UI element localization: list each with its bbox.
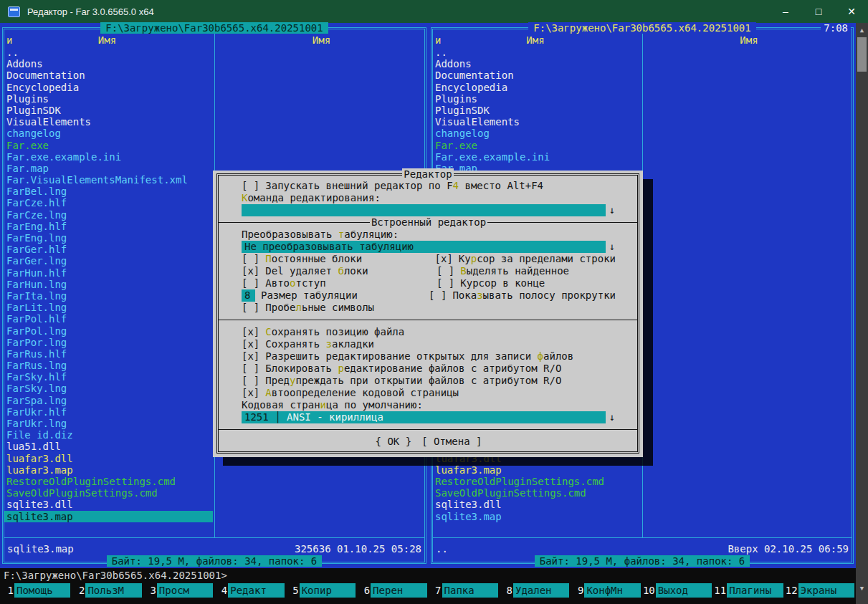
- checkbox-save-bookmarks[interactable]: [x]Сохранять закладки: [242, 338, 616, 350]
- fkey-button[interactable]: 8Удален: [500, 583, 569, 598]
- file-item[interactable]: Encyclopedia: [4, 82, 213, 93]
- checkbox-persistent-blocks[interactable]: [ ]Постоянные блоки: [242, 253, 435, 265]
- panel-path[interactable]: F:\Загружено\Far30b6565.x64.20251001: [429, 23, 856, 34]
- fkey-button[interactable]: 3Просм: [144, 583, 213, 598]
- file-item[interactable]: RestoreOldPluginSettings.cmd: [4, 476, 213, 487]
- file-item[interactable]: Far.exe: [4, 140, 213, 151]
- file-item[interactable]: Far.map: [4, 163, 213, 174]
- scroll-down-icon[interactable]: ▼: [856, 583, 868, 594]
- file-item[interactable]: FarHun.hlf: [4, 267, 213, 279]
- input-edit-command[interactable]: ↓: [242, 204, 606, 216]
- fkey-button[interactable]: 11Плагины: [714, 583, 783, 598]
- file-item[interactable]: sqlite3.dll: [4, 499, 213, 510]
- file-item[interactable]: Encyclopedia: [433, 82, 641, 93]
- input-tab-size[interactable]: 8: [242, 289, 255, 302]
- command-line[interactable]: F:\Загружено\Far30b6565.x64.20251001>: [4, 570, 227, 582]
- file-item[interactable]: Far.exe: [433, 140, 641, 151]
- dropdown-arrow-icon[interactable]: ↓: [609, 241, 615, 253]
- file-item[interactable]: ..: [4, 47, 213, 58]
- file-item[interactable]: Addons: [433, 58, 641, 69]
- file-item[interactable]: FarCze.hlf: [4, 197, 213, 208]
- file-item[interactable]: PluginSDK: [433, 105, 641, 116]
- file-item[interactable]: FarRus.lng: [4, 360, 213, 371]
- file-item[interactable]: FarEng.lng: [4, 232, 213, 244]
- file-item[interactable]: FarCze.lng: [4, 209, 213, 221]
- close-button[interactable]: ✕: [835, 0, 868, 23]
- file-item[interactable]: sqlite3.map: [433, 511, 641, 522]
- file-item[interactable]: sqlite3.map: [4, 511, 213, 522]
- fkey-button[interactable]: 10Выход: [643, 583, 712, 598]
- checkbox-warn-readonly-files[interactable]: [ ]Предупреждать при открытии файлов с а…: [242, 375, 616, 387]
- file-item[interactable]: Documentation: [4, 69, 213, 81]
- fkey-button[interactable]: 1Помощь: [1, 583, 70, 598]
- file-item[interactable]: luafar3.dll: [4, 453, 213, 464]
- dropdown-arrow-icon[interactable]: ↓: [609, 411, 615, 423]
- file-item[interactable]: sqlite3.dll: [433, 499, 641, 510]
- file-item[interactable]: SaveOldPluginSettings.cmd: [433, 487, 641, 499]
- file-item[interactable]: Plugins: [4, 93, 213, 105]
- checkbox-cursor-at-end[interactable]: [ ]Курсор в конце: [437, 277, 616, 289]
- fkey-button[interactable]: 6Перен: [358, 583, 426, 598]
- checkbox-autoindent[interactable]: [ ]Автоотступ: [242, 277, 437, 289]
- file-item[interactable]: FarSpa.lng: [4, 395, 213, 406]
- file-item[interactable]: FarPol.hlf: [4, 313, 213, 325]
- file-item[interactable]: FarBel.lng: [4, 186, 213, 197]
- file-item[interactable]: FarEng.hlf: [4, 221, 213, 232]
- file-item[interactable]: FarPol.lng: [4, 325, 213, 337]
- panel-path[interactable]: F:\Загружено\Far30b6565.x64.20251001: [0, 23, 429, 34]
- scrollbar[interactable]: ▲ ▼: [856, 23, 868, 604]
- checkbox-highlight-found[interactable]: [ ]Выделять найденное: [437, 265, 616, 277]
- fkey-button[interactable]: 9КонфМн: [571, 583, 640, 598]
- ok-button[interactable]: { OK }: [376, 436, 412, 448]
- file-item[interactable]: VisualElements: [4, 116, 213, 128]
- combo-tab-conversion[interactable]: Не преобразовывать табуляцию↓: [242, 241, 606, 253]
- fkey-button[interactable]: 12Экраны: [786, 583, 854, 598]
- file-item[interactable]: FarGer.hlf: [4, 244, 213, 255]
- file-item[interactable]: changelog: [433, 128, 641, 139]
- file-item[interactable]: FarPor.lng: [4, 337, 213, 348]
- checkbox-cursor-beyond-eol[interactable]: [x]Курсор за пределами строки: [435, 253, 616, 265]
- file-item[interactable]: changelog: [4, 128, 213, 139]
- combo-default-codepage[interactable]: 1251 │ ANSI - кириллица↓: [242, 411, 606, 423]
- scroll-up-icon[interactable]: ▲: [856, 24, 868, 36]
- file-item[interactable]: luafar3.map: [433, 464, 641, 476]
- file-item[interactable]: Documentation: [433, 69, 641, 81]
- file-item[interactable]: FarUkr.hlf: [4, 406, 213, 418]
- file-item[interactable]: FarGer.lng: [4, 255, 213, 267]
- fkey-button[interactable]: 5Копир: [287, 583, 356, 598]
- file-item[interactable]: FarUkr.lng: [4, 418, 213, 429]
- file-item[interactable]: PluginSDK: [4, 105, 213, 116]
- checkbox-run-external-editor[interactable]: [ ]Запускать внешний редактор по F4 вмес…: [242, 180, 616, 192]
- file-item[interactable]: FarHun.lng: [4, 279, 213, 290]
- checkbox-save-file-position[interactable]: [x]Сохранять позицию файла: [242, 326, 616, 338]
- file-item[interactable]: FarLit.lng: [4, 302, 213, 313]
- fkey-button[interactable]: 2ПользМ: [72, 583, 141, 598]
- checkbox-show-scrollbar[interactable]: [ ]Показывать полосу прокрутки: [429, 289, 616, 302]
- file-item[interactable]: Plugins: [433, 93, 641, 105]
- fkey-button[interactable]: 4Редакт: [215, 583, 284, 598]
- checkbox-autodetect-codepage[interactable]: [x]Автоопределение кодовой страницы: [242, 387, 616, 399]
- history-arrow-icon[interactable]: ↓: [609, 204, 615, 216]
- file-item[interactable]: SaveOldPluginSettings.cmd: [4, 487, 213, 499]
- file-item[interactable]: luafar3.map: [4, 464, 213, 476]
- checkbox-allow-edit-opened-files[interactable]: [x]Разрешить редактирование открытых для…: [242, 350, 616, 363]
- file-item[interactable]: File_id.diz: [4, 429, 213, 441]
- scroll-thumb[interactable]: [857, 37, 867, 72]
- file-item[interactable]: Addons: [4, 58, 213, 69]
- fkey-button[interactable]: 7Папка: [429, 583, 498, 598]
- file-item[interactable]: lua51.dll: [4, 441, 213, 452]
- file-item[interactable]: Far.VisualElementsManifest.xml: [4, 174, 213, 186]
- file-item[interactable]: FarSky.lng: [4, 383, 213, 394]
- minimize-button[interactable]: –: [769, 0, 802, 23]
- file-item[interactable]: Far.exe.example.ini: [4, 151, 213, 163]
- file-item[interactable]: ..: [433, 47, 641, 58]
- checkbox-whitespace[interactable]: [ ]Пробельные символы: [242, 302, 616, 314]
- file-item[interactable]: Far.exe.example.ini: [433, 151, 641, 163]
- cancel-button[interactable]: [ Отмена ]: [421, 436, 482, 448]
- checkbox-lock-readonly-files[interactable]: [ ]Блокировать редактирование файлов с а…: [242, 363, 616, 375]
- file-item[interactable]: FarIta.lng: [4, 290, 213, 302]
- file-item[interactable]: RestoreOldPluginSettings.cmd: [433, 476, 641, 487]
- file-item[interactable]: VisualElements: [433, 116, 641, 128]
- checkbox-del-removes-blocks[interactable]: [x]Del удаляет блоки: [242, 265, 437, 277]
- maximize-button[interactable]: □: [802, 0, 835, 23]
